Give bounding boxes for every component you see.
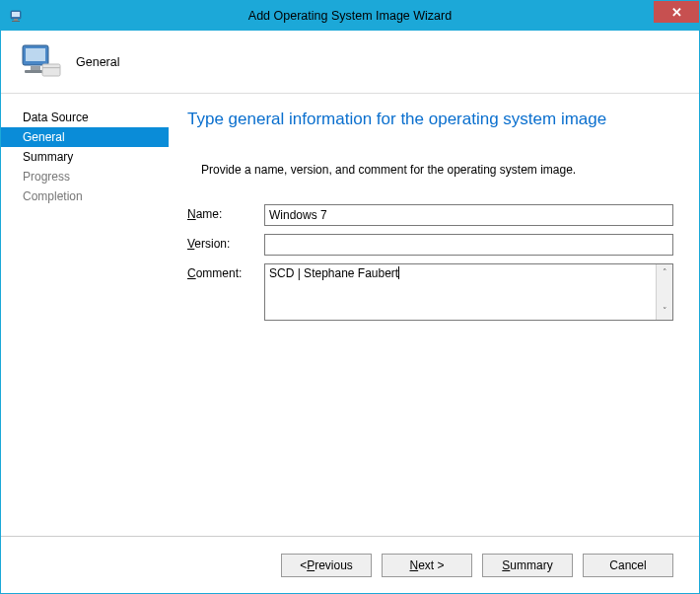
computer-icon <box>19 42 62 82</box>
window-title: Add Operating System Image Wizard <box>1 9 699 23</box>
comment-value: SCD | Stephane Faubert <box>269 266 398 280</box>
label-comment: Comment: <box>187 263 264 280</box>
titlebar: Add Operating System Image Wizard ✕ <box>1 1 699 31</box>
comment-scrollbar[interactable]: ˄ ˅ <box>656 264 672 320</box>
scroll-down-icon[interactable]: ˅ <box>657 303 672 320</box>
row-comment: Comment: SCD | Stephane Faubert ˄ ˅ <box>187 263 673 321</box>
sidebar-item-summary[interactable]: Summary <box>19 147 173 167</box>
svg-rect-6 <box>31 66 40 70</box>
content-pane: Type general information for the operati… <box>174 94 699 536</box>
row-name: Name: <box>187 204 673 226</box>
previous-button[interactable]: < PPreviousrevious <box>281 554 372 577</box>
version-input[interactable] <box>264 234 673 256</box>
summary-button[interactable]: SummarySummary <box>482 554 573 577</box>
page-heading: Type general information for the operati… <box>187 110 673 129</box>
close-button[interactable]: ✕ <box>654 1 699 23</box>
wizard-header: General <box>1 31 699 94</box>
svg-rect-1 <box>12 12 20 17</box>
name-input[interactable] <box>264 204 673 226</box>
instruction-text: Provide a name, version, and comment for… <box>201 163 673 177</box>
app-icon <box>9 8 25 24</box>
svg-rect-3 <box>12 21 20 22</box>
cancel-button[interactable]: Cancel <box>583 554 673 577</box>
svg-rect-8 <box>42 64 60 76</box>
label-name: Name: <box>187 204 264 221</box>
wizard-footer: < PPreviousrevious Next >Next SummarySum… <box>1 536 699 593</box>
comment-input[interactable]: SCD | Stephane Faubert ˄ ˅ <box>264 263 673 321</box>
header-step-label: General <box>76 55 119 69</box>
sidebar-item-data-source[interactable]: Data Source <box>19 108 173 127</box>
svg-rect-9 <box>42 67 60 68</box>
text-caret <box>398 266 399 279</box>
wizard-window: Add Operating System Image Wizard ✕ Gene… <box>0 0 700 594</box>
svg-rect-2 <box>14 19 18 21</box>
svg-rect-5 <box>26 48 45 61</box>
sidebar-item-general[interactable]: General <box>1 127 169 147</box>
next-button[interactable]: Next >Next <box>382 554 472 577</box>
row-version: Version: <box>187 234 673 256</box>
wizard-body: Data Source General Summary Progress Com… <box>1 94 699 536</box>
sidebar-item-progress: Progress <box>19 167 173 186</box>
scroll-up-icon[interactable]: ˄ <box>657 264 672 281</box>
sidebar: Data Source General Summary Progress Com… <box>1 94 174 536</box>
sidebar-item-completion: Completion <box>19 186 173 206</box>
label-version: Version: <box>187 234 264 251</box>
